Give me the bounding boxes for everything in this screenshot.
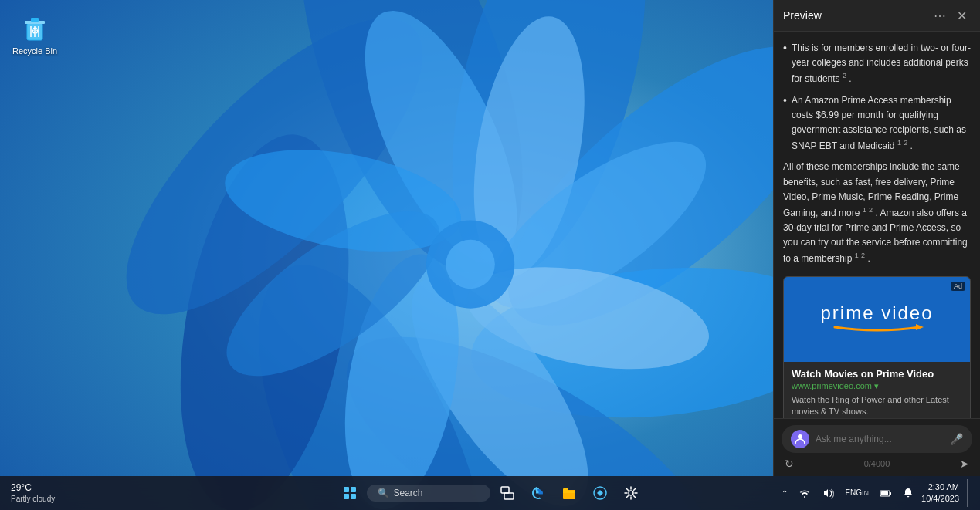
svg-point-27 [798,434,802,439]
input-footer: ↻ 0/4000 ➤ [782,458,972,470]
bullet-dot: • [783,42,787,54]
weather-widget[interactable]: 29°C Partly cloudy [6,482,59,505]
svg-point-18 [446,240,494,289]
preview-panel: Preview ⋯ ✕ • This is for members enroll… [773,0,980,476]
svg-rect-33 [504,493,514,499]
clock-date: 10/4/2023 [921,493,959,505]
task-view-button[interactable] [493,479,521,507]
desktop: ♻ Recycle Bin Preview ⋯ ✕ • This is for … [0,0,980,510]
weather-temp: 29°C [11,482,55,495]
user-avatar [791,430,809,448]
recycle-bin-label: Recycle Bin [12,46,57,56]
search-bar[interactable]: 🔍 Search [367,485,490,502]
chat-input-field[interactable] [816,434,944,444]
close-button[interactable]: ✕ [952,6,971,25]
char-count: 0/4000 [864,459,890,468]
prime-arrow [831,321,924,336]
preview-header-actions: ⋯ ✕ [931,6,971,25]
bullet-dot-2: • [783,94,787,106]
preview-content[interactable]: • This is for members enrolled in two- o… [774,32,980,418]
tray-expand-button[interactable]: ⌃ [778,488,791,499]
regenerate-icon[interactable]: ↻ [785,458,794,470]
svg-rect-39 [890,492,891,495]
more-options-button[interactable]: ⋯ [931,6,949,25]
svg-rect-28 [344,487,349,492]
prime-video-logo: prime video [820,302,933,336]
preview-header: Preview ⋯ ✕ [774,0,980,32]
taskbar-left: 29°C Partly cloudy [0,482,66,505]
svg-rect-31 [351,494,356,499]
preview-bullet-2: • An Amazon Prime Access membership cost… [783,93,971,154]
ad-title: Watch Movies on Prime Video [792,368,962,380]
preview-panel-title: Preview [783,9,822,22]
preview-bullet-1: • This is for members enrolled in two- o… [783,41,971,87]
system-clock[interactable]: 2:30 AM 10/4/2023 [921,481,959,505]
show-desktop-button[interactable] [967,479,974,507]
svg-rect-29 [351,487,356,492]
volume-icon[interactable] [819,485,837,501]
ad-description: Watch the Ring of Power and other Latest… [792,394,962,418]
bullet-2-text: An Amazon Prime Access membership costs … [792,93,971,154]
recycle-bin-image: ♻ [19,12,50,43]
ad-content: Watch Movies on Prime Video www.primevid… [784,362,970,418]
copilot-button[interactable] [586,479,614,507]
svg-rect-30 [344,494,349,499]
svg-rect-21 [31,18,39,22]
start-button[interactable] [336,479,364,507]
search-icon: 🔍 [378,488,389,498]
region-text: IN [862,489,869,498]
svg-marker-26 [916,324,924,330]
bullet-1-text: This is for members enrolled in two- or … [792,41,971,87]
settings-button[interactable] [617,479,645,507]
preview-input-area: 🎤 ↻ 0/4000 ➤ [774,418,980,476]
send-button[interactable]: ➤ [960,458,969,470]
ad-image: Ad prime video [784,277,970,362]
language-text: ENG [845,488,862,498]
ad-badge: Ad [951,282,965,291]
network-icon[interactable] [795,485,814,501]
svg-rect-40 [881,491,888,495]
notifications-icon[interactable] [900,486,917,500]
svg-rect-32 [501,487,509,493]
taskbar-right: ⌃ ENG IN [778,479,974,507]
chat-input-row: 🎤 [782,425,972,453]
ad-card[interactable]: Ad prime video Watch Movies on Prime Vid… [783,276,971,418]
taskbar: 29°C Partly cloudy 🔍 Search [0,476,980,510]
mic-icon[interactable]: 🎤 [950,433,963,445]
clock-time: 2:30 AM [921,481,959,493]
ad-url[interactable]: www.primevideo.com ▾ [792,381,962,391]
language-indicator[interactable]: ENG IN [842,487,872,499]
svg-rect-35 [563,488,568,491]
weather-condition: Partly cloudy [11,494,55,504]
recycle-bin-icon[interactable]: ♻ Recycle Bin [9,9,60,59]
edge-browser-button[interactable] [524,479,552,507]
search-taskbar-button[interactable]: 🔍 Search [367,479,490,507]
file-explorer-button[interactable] [555,479,583,507]
search-label: Search [394,488,423,498]
battery-icon[interactable] [877,485,895,501]
svg-text:♻: ♻ [31,25,39,36]
taskbar-center: 🔍 Search [336,479,645,507]
svg-point-37 [629,491,633,495]
preview-paragraph: All of these memberships include the sam… [783,160,971,266]
